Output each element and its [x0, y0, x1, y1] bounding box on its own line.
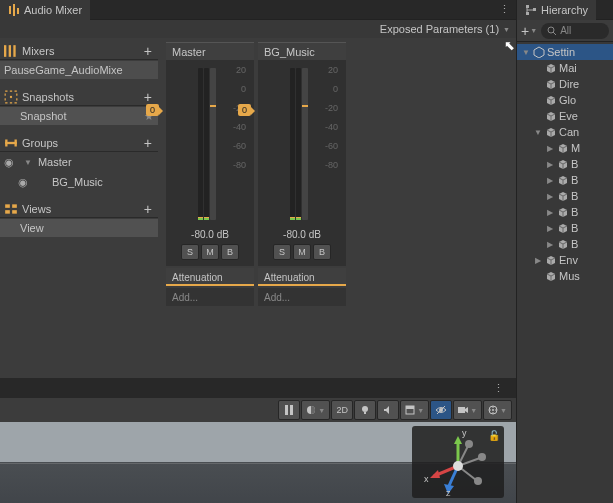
gameobject-icon	[545, 110, 557, 122]
svg-rect-17	[533, 8, 536, 11]
exposed-parameters-dropdown[interactable]: Exposed Parameters (1)	[380, 23, 499, 35]
hierarchy-item[interactable]: Glo	[517, 92, 613, 108]
svg-point-31	[492, 409, 494, 411]
svg-point-23	[362, 406, 368, 412]
foldout-icon[interactable]: ▶	[545, 208, 555, 217]
foldout-icon[interactable]: ▶	[545, 240, 555, 249]
add-snapshot-button[interactable]: +	[142, 89, 154, 105]
hierarchy-item[interactable]: Mai	[517, 60, 613, 76]
foldout-icon[interactable]: ▶	[545, 192, 555, 201]
db-readout: -80.0 dB	[258, 226, 346, 241]
hierarchy-item[interactable]: ▼ Settin	[517, 44, 613, 60]
camera-dropdown-button[interactable]: ▼	[453, 400, 482, 420]
add-effect-button[interactable]: Add...	[166, 288, 254, 306]
b-button[interactable]: B	[221, 244, 239, 260]
lighting-toggle-button[interactable]	[354, 400, 376, 420]
hierarchy-tab[interactable]: Hierarchy	[517, 0, 596, 20]
search-icon	[547, 26, 557, 36]
effect-slot[interactable]: Attenuation	[166, 268, 254, 286]
hierarchy-item[interactable]: Mus	[517, 268, 613, 284]
s-button[interactable]: S	[273, 244, 291, 260]
hierarchy-item[interactable]: Eve	[517, 108, 613, 124]
scene-toolbar: ▼ 2D ▼ ▼ ▼	[0, 398, 516, 422]
foldout-icon[interactable]: ▼	[22, 158, 34, 167]
foldout-icon[interactable]: ▶	[545, 144, 555, 153]
visibility-toggle-button[interactable]	[430, 400, 452, 420]
tab-options-icon[interactable]: ⋮	[493, 3, 516, 16]
hierarchy-item[interactable]: ▼ Can	[517, 124, 613, 140]
channel-meter[interactable]: 0 200-20-40-60-80	[258, 60, 346, 226]
svg-point-37	[465, 440, 473, 448]
gizmos-dropdown-button[interactable]: ▼	[483, 400, 512, 420]
shading-mode-button[interactable]: ▼	[301, 400, 330, 420]
channel-name[interactable]: Master	[166, 42, 254, 60]
hierarchy-item-label: Can	[559, 126, 579, 138]
effects-dropdown-button[interactable]: ▼	[400, 400, 429, 420]
hierarchy-item[interactable]: ▶ B	[517, 188, 613, 204]
snapshots-icon	[4, 90, 18, 104]
mixer-item[interactable]: PauseGame_AudioMixe	[0, 61, 158, 79]
hierarchy-item[interactable]: ▶ B	[517, 236, 613, 252]
eye-icon[interactable]: ◉	[18, 176, 32, 189]
hierarchy-item-label: B	[571, 238, 578, 250]
gameobject-icon	[545, 94, 557, 106]
add-view-button[interactable]: +	[142, 201, 154, 217]
audio-mixer-icon	[8, 4, 20, 16]
svg-rect-0	[9, 6, 11, 14]
svg-rect-20	[285, 405, 288, 415]
foldout-icon[interactable]: ▶	[533, 256, 543, 265]
hierarchy-item-label: B	[571, 206, 578, 218]
svg-rect-26	[406, 406, 414, 409]
foldout-icon[interactable]: ▼	[521, 48, 531, 57]
pause-button[interactable]	[278, 400, 300, 420]
foldout-icon[interactable]: ▶	[545, 160, 555, 169]
scene-view[interactable]: 🔓 y x z	[0, 422, 516, 503]
scene-tab-options-icon[interactable]: ⋮	[487, 382, 510, 395]
fader-value-marker[interactable]: 0	[238, 104, 251, 116]
hierarchy-item[interactable]: ▶ M	[517, 140, 613, 156]
add-effect-button[interactable]: Add...	[258, 288, 346, 306]
eye-icon[interactable]: ◉	[4, 156, 18, 169]
svg-rect-29	[458, 407, 465, 413]
lock-icon[interactable]: 🔓	[488, 430, 500, 441]
2d-toggle-button[interactable]: 2D	[331, 400, 353, 420]
group-item-master[interactable]: ◉ ▼ Master	[0, 153, 158, 171]
foldout-icon[interactable]: ▶	[545, 224, 555, 233]
hierarchy-item[interactable]: ▶ B	[517, 172, 613, 188]
hierarchy-item-label: Eve	[559, 110, 578, 122]
hierarchy-search-input[interactable]: All	[541, 23, 609, 39]
hierarchy-item[interactable]: Dire	[517, 76, 613, 92]
add-group-button[interactable]: +	[142, 135, 154, 151]
hierarchy-item[interactable]: ▶ Env	[517, 252, 613, 268]
effect-slot[interactable]: Attenuation	[258, 268, 346, 286]
axis-y-label: y	[462, 428, 467, 438]
hierarchy-create-button[interactable]: +▼	[521, 23, 537, 39]
orientation-gizmo[interactable]: 🔓 y x z	[412, 426, 504, 498]
fader-value-marker[interactable]: 0	[146, 104, 159, 116]
svg-line-19	[553, 32, 556, 35]
b-button[interactable]: B	[313, 244, 331, 260]
m-button[interactable]: M	[293, 244, 311, 260]
hierarchy-item-label: Mai	[559, 62, 577, 74]
views-header: Views	[22, 203, 138, 215]
audio-toggle-button[interactable]	[377, 400, 399, 420]
dropdown-arrow-icon: ▼	[503, 26, 510, 33]
foldout-icon[interactable]: ▶	[545, 176, 555, 185]
channel-meter[interactable]: 0 200-20-40-60-80	[166, 60, 254, 226]
snapshot-item[interactable]: Snapshot ★	[0, 107, 158, 125]
hierarchy-item[interactable]: ▶ B	[517, 156, 613, 172]
add-mixer-button[interactable]: +	[142, 43, 154, 59]
hierarchy-item[interactable]: ▶ B	[517, 204, 613, 220]
foldout-icon[interactable]: ▼	[533, 128, 543, 137]
audio-mixer-tab[interactable]: Audio Mixer	[0, 0, 90, 20]
audio-mixer-tab-bar: Audio Mixer ⋮	[0, 0, 516, 20]
gameobject-icon	[557, 222, 569, 234]
m-button[interactable]: M	[201, 244, 219, 260]
group-item-bgmusic[interactable]: ◉ BG_Music	[0, 173, 158, 191]
channel-name[interactable]: BG_Music	[258, 42, 346, 60]
snapshots-header: Snapshots	[22, 91, 138, 103]
hierarchy-item[interactable]: ▶ B	[517, 220, 613, 236]
groups-icon	[4, 136, 18, 150]
view-item[interactable]: View	[0, 219, 158, 237]
s-button[interactable]: S	[181, 244, 199, 260]
